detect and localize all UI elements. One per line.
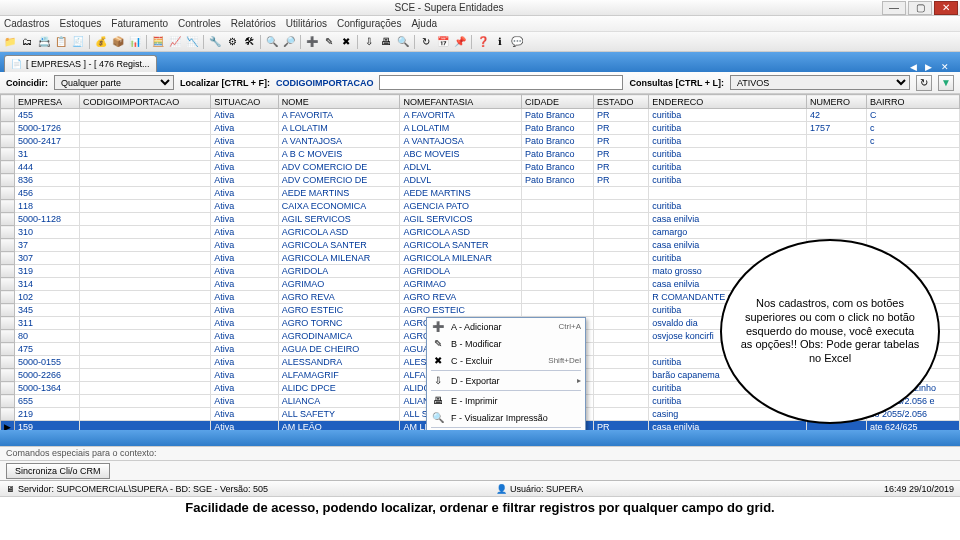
- toolbar-icon[interactable]: 🧾: [71, 35, 85, 49]
- status-server: Servidor: SUPCOMERCIAL\SUPERA - BD: SGE …: [18, 484, 268, 494]
- toolbar-icon[interactable]: 📁: [3, 35, 17, 49]
- grid-header-row: EMPRESACODIGOIMPORTACAOSITUACAONOMENOMEF…: [1, 95, 960, 109]
- sync-crm-button[interactable]: Sincroniza Cli/o CRM: [6, 463, 110, 479]
- status-user: Usuário: SUPERA: [510, 484, 583, 494]
- column-header[interactable]: BAIRRO: [866, 95, 959, 109]
- table-row[interactable]: 836AtivaADV COMERCIO DEADLVLPato BrancoP…: [1, 174, 960, 187]
- localizar-input[interactable]: [379, 75, 623, 90]
- column-header[interactable]: NUMERO: [807, 95, 867, 109]
- table-row[interactable]: 310AtivaAGRICOLA ASDAGRICOLA ASDcamargo: [1, 226, 960, 239]
- toolbar-icon[interactable]: 🔎: [282, 35, 296, 49]
- menu-item[interactable]: ➕A - AdicionarCtrl+A: [427, 318, 585, 335]
- menu-configurações[interactable]: Configurações: [337, 18, 401, 29]
- toolbar-icon[interactable]: 🔍: [265, 35, 279, 49]
- maximize-button[interactable]: ▢: [908, 1, 932, 15]
- table-row[interactable]: 118AtivaCAIXA ECONOMICAAGENCIA PATOcurit…: [1, 200, 960, 213]
- column-header[interactable]: CODIGOIMPORTACAO: [79, 95, 210, 109]
- toolbar-icon[interactable]: ⇩: [362, 35, 376, 49]
- menu-bar: CadastrosEstoquesFaturamentoControlesRel…: [0, 16, 960, 32]
- toolbar-icon[interactable]: ✎: [322, 35, 336, 49]
- menu-utilitários[interactable]: Utilitários: [286, 18, 327, 29]
- tab-label: [ EMPRESAS ] - [ 476 Regist...: [26, 59, 150, 69]
- toolbar-icon[interactable]: 🖶: [379, 35, 393, 49]
- toolbar-icon[interactable]: ⚙: [225, 35, 239, 49]
- menu-ajuda[interactable]: Ajuda: [411, 18, 437, 29]
- toolbar-icon[interactable]: 📈: [168, 35, 182, 49]
- menu-item[interactable]: ⇩D - Exportar▸: [427, 372, 585, 389]
- toolbar-icon[interactable]: ✖: [339, 35, 353, 49]
- table-row[interactable]: 455AtivaA FAVORITAA FAVORITAPato BrancoP…: [1, 109, 960, 122]
- hint-text: Nos cadastros, com os botões superiores …: [740, 297, 920, 366]
- toolbar-icon[interactable]: 📋: [54, 35, 68, 49]
- toolbar-icon[interactable]: 🧮: [151, 35, 165, 49]
- menu-item[interactable]: 🖶E - Imprimir: [427, 392, 585, 409]
- table-row[interactable]: 456AtivaAEDE MARTINSAEDE MARTINS: [1, 187, 960, 200]
- menu-cadastros[interactable]: Cadastros: [4, 18, 50, 29]
- toolbar-icon[interactable]: 🔧: [208, 35, 222, 49]
- column-header[interactable]: ENDERECO: [649, 95, 807, 109]
- table-row[interactable]: 444AtivaADV COMERCIO DEADLVLPato BrancoP…: [1, 161, 960, 174]
- data-grid-container: EMPRESACODIGOIMPORTACAOSITUACAONOMENOMEF…: [0, 94, 960, 430]
- tab-empresas[interactable]: 📄 [ EMPRESAS ] - [ 476 Regist...: [4, 55, 157, 72]
- coincidir-select[interactable]: Qualquer parte: [54, 75, 174, 90]
- status-time: 16:49 29/10/2019: [884, 484, 954, 494]
- consultas-label: Consultas [CTRL + L]:: [629, 78, 724, 88]
- menu-item[interactable]: K - MoverCtrl+Ins: [427, 429, 585, 430]
- table-row[interactable]: 31AtivaA B C MOVEISABC MOVEISPato Branco…: [1, 148, 960, 161]
- menu-item[interactable]: ✎B - Modificar: [427, 335, 585, 352]
- menu-estoques[interactable]: Estoques: [60, 18, 102, 29]
- toolbar-icon[interactable]: ❓: [476, 35, 490, 49]
- consultas-select[interactable]: ATIVOS: [730, 75, 910, 90]
- column-header[interactable]: NOME: [278, 95, 400, 109]
- menu-faturamento[interactable]: Faturamento: [111, 18, 168, 29]
- tab-icon: 📄: [11, 59, 22, 69]
- hint-bubble: Nos cadastros, com os botões superiores …: [720, 239, 940, 424]
- column-header[interactable]: CIDADE: [522, 95, 594, 109]
- filter-icon[interactable]: ▼: [938, 75, 954, 91]
- refresh-icon[interactable]: ↻: [916, 75, 932, 91]
- grid-footer-bar: [0, 430, 960, 446]
- column-header[interactable]: NOMEFANTASIA: [400, 95, 522, 109]
- status-bar: 🖥Servidor: SUPCOMERCIAL\SUPERA - BD: SGE…: [0, 480, 960, 496]
- sync-bar: Sincroniza Cli/o CRM: [0, 460, 960, 480]
- column-header[interactable]: EMPRESA: [15, 95, 80, 109]
- context-menu: ➕A - AdicionarCtrl+A✎B - Modificar✖C - E…: [426, 317, 586, 430]
- minimize-button[interactable]: —: [882, 1, 906, 15]
- toolbar-icon[interactable]: 📊: [128, 35, 142, 49]
- toolbar-icon[interactable]: 🔍: [396, 35, 410, 49]
- localizar-label: Localizar [CTRL + F]:: [180, 78, 270, 88]
- toolbar-icon[interactable]: ➕: [305, 35, 319, 49]
- toolbar-icon[interactable]: 📇: [37, 35, 51, 49]
- menu-controles[interactable]: Controles: [178, 18, 221, 29]
- table-row[interactable]: 5000-1726AtivaA LOLATIMA LOLATIMPato Bra…: [1, 122, 960, 135]
- main-toolbar: 📁🗂📇📋🧾💰📦📊🧮📈📉🔧⚙🛠🔍🔎➕✎✖⇩🖶🔍↻📅📌❓ℹ💬: [0, 32, 960, 52]
- user-icon: 👤: [496, 484, 507, 494]
- toolbar-icon[interactable]: 🗂: [20, 35, 34, 49]
- toolbar-icon[interactable]: 🛠: [242, 35, 256, 49]
- localizar-field-name: CODIGOIMPORTACAO: [276, 78, 373, 88]
- toolbar-icon[interactable]: ℹ: [493, 35, 507, 49]
- menu-item[interactable]: ✖C - ExcluirShift+Del: [427, 352, 585, 369]
- menu-relatórios[interactable]: Relatórios: [231, 18, 276, 29]
- presentation-caption: Facilidade de acesso, podendo localizar,…: [0, 496, 960, 518]
- toolbar-icon[interactable]: 💰: [94, 35, 108, 49]
- column-header[interactable]: [1, 95, 15, 109]
- table-row[interactable]: 5000-1128AtivaAGIL SERVICOSAGIL SERVICOS…: [1, 213, 960, 226]
- toolbar-icon[interactable]: 📌: [453, 35, 467, 49]
- toolbar-icon[interactable]: 📅: [436, 35, 450, 49]
- window-title: SCE - Supera Entidades: [16, 2, 882, 13]
- column-header[interactable]: ESTADO: [594, 95, 649, 109]
- search-bar: Coincidir: Qualquer parte Localizar [CTR…: [0, 72, 960, 94]
- column-header[interactable]: SITUACAO: [211, 95, 279, 109]
- close-button[interactable]: ✕: [934, 1, 958, 15]
- menu-item[interactable]: 🔍F - Visualizar Impressão: [427, 409, 585, 426]
- toolbar-icon[interactable]: 💬: [510, 35, 524, 49]
- toolbar-icon[interactable]: 📦: [111, 35, 125, 49]
- toolbar-icon[interactable]: 📉: [185, 35, 199, 49]
- coincidir-label: Coincidir:: [6, 78, 48, 88]
- tab-controls[interactable]: ◀ ▶ ✕: [910, 62, 956, 72]
- commands-label: Comandos especiais para o contexto:: [0, 446, 960, 460]
- server-icon: 🖥: [6, 484, 15, 494]
- table-row[interactable]: 5000-2417AtivaA VANTAJOSAA VANTAJOSAPato…: [1, 135, 960, 148]
- toolbar-icon[interactable]: ↻: [419, 35, 433, 49]
